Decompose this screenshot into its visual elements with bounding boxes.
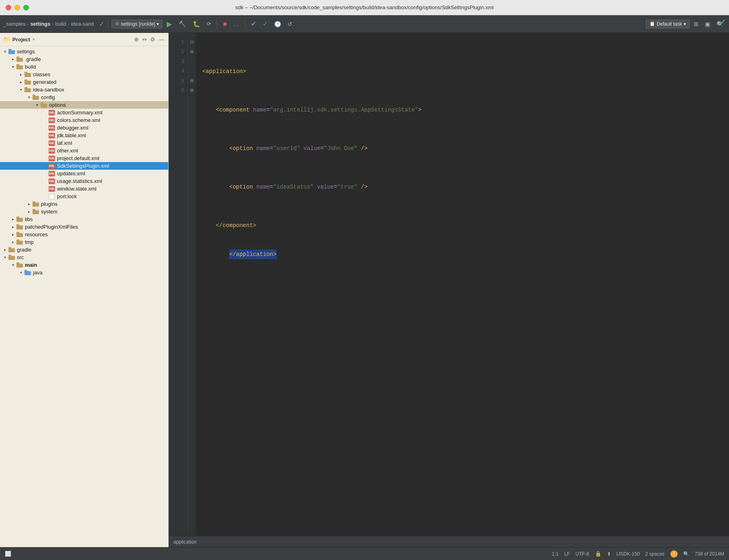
xml-value: "org.intellij.sdk.settings.AppSettingsSt… bbox=[270, 105, 418, 115]
tree-item-actionSummary[interactable]: XML actionSummary.xml bbox=[0, 109, 168, 116]
tree-item-java[interactable]: java bbox=[0, 269, 168, 276]
tree-item-gradle[interactable]: .gradle bbox=[0, 55, 168, 63]
breadcrumb-build[interactable]: build bbox=[55, 21, 66, 27]
code-line-1: <application> bbox=[202, 67, 723, 76]
hide-panel-button[interactable]: — bbox=[158, 35, 165, 43]
maximize-button[interactable] bbox=[23, 5, 29, 10]
memory-indicator[interactable]: 738 of 2014M bbox=[695, 551, 724, 557]
view-mode-button[interactable]: ⊞ bbox=[691, 19, 701, 29]
build-button[interactable]: 🔨 bbox=[176, 19, 189, 29]
line-num-3: 3 bbox=[173, 57, 184, 67]
tree-item-classes[interactable]: classes bbox=[0, 71, 168, 78]
tree-item-build[interactable]: build bbox=[0, 63, 168, 71]
breadcrumb-settings[interactable]: settings bbox=[31, 21, 51, 27]
fold-icon-6[interactable] bbox=[189, 86, 195, 95]
minimize-button[interactable] bbox=[14, 5, 20, 10]
tree-item-patched[interactable]: patchedPluginXmlFiles bbox=[0, 223, 168, 231]
title-bar: sdk – ~/Documents/source/sdk/code_sample… bbox=[0, 0, 729, 15]
warning-badge[interactable]: ! bbox=[670, 550, 678, 558]
stop-button[interactable]: ■ bbox=[220, 19, 229, 29]
encoding[interactable]: UTF-8 bbox=[576, 551, 589, 557]
tree-item-windowstate[interactable]: XML window.state.xml bbox=[0, 185, 168, 193]
tree-item-idea-sandbox[interactable]: idea-sandbox bbox=[0, 86, 168, 93]
panel-button[interactable]: ▣ bbox=[703, 19, 713, 29]
tree-item-options[interactable]: options bbox=[0, 101, 168, 109]
window-title: sdk – ~/Documents/source/sdk/code_sample… bbox=[235, 4, 494, 10]
fold-icon-2[interactable] bbox=[189, 47, 195, 57]
collapse-all-button[interactable]: ⊕ bbox=[133, 35, 140, 43]
tree-item-portlock[interactable]: port.lock bbox=[0, 193, 168, 200]
scroll-from-source-button[interactable]: ⇔ bbox=[141, 35, 148, 43]
breadcrumb-sep: › bbox=[27, 21, 29, 27]
svg-rect-7 bbox=[24, 72, 27, 73]
search-icon[interactable]: 🔍 bbox=[683, 551, 689, 557]
tree-item-resources[interactable]: resources bbox=[0, 231, 168, 238]
window-controls[interactable] bbox=[6, 5, 29, 10]
xml-bracket: > bbox=[418, 105, 422, 115]
panel-toggle-button[interactable]: ⬜ bbox=[5, 551, 11, 557]
run-config-selector[interactable]: ⚙ settings [runIde] ▾ bbox=[112, 20, 163, 28]
code-view[interactable]: <application> <component name="org.intel… bbox=[196, 33, 729, 536]
tree-item-other[interactable]: XML other.xml bbox=[0, 147, 168, 154]
bookmark-button[interactable]: ✔ bbox=[248, 18, 259, 29]
xml-tag-application: application bbox=[206, 67, 242, 76]
tree-label: system bbox=[41, 209, 57, 215]
tree-item-libs[interactable]: libs bbox=[0, 215, 168, 223]
tree-item-main[interactable]: main bbox=[0, 261, 168, 269]
breadcrumb-idea-sand[interactable]: idea-sand bbox=[71, 21, 94, 27]
xml-bracket: </ bbox=[216, 221, 223, 230]
more-button[interactable]: ... bbox=[231, 19, 242, 29]
svg-rect-27 bbox=[16, 239, 19, 241]
xml-tag: application bbox=[236, 250, 273, 259]
debug-button[interactable]: 🐛 bbox=[190, 19, 203, 29]
tree-item-plugins[interactable]: plugins bbox=[0, 200, 168, 208]
default-task-selector[interactable]: 📋 Default task ▾ bbox=[646, 20, 690, 28]
history-button[interactable]: 🕐 bbox=[272, 19, 283, 29]
tree-item-system[interactable]: system bbox=[0, 208, 168, 215]
tree-label: resources bbox=[25, 231, 48, 237]
settings-icon-button[interactable]: ⚙ bbox=[149, 35, 156, 43]
top-right-checkmark: ✓ bbox=[720, 18, 726, 26]
project-title: 📁 Project ▾ bbox=[3, 36, 35, 43]
tree-item-settings[interactable]: settings bbox=[0, 48, 168, 55]
folder-icon bbox=[24, 72, 31, 77]
indent-settings[interactable]: 2 spaces bbox=[646, 551, 665, 557]
breadcrumb-samples[interactable]: _samples bbox=[3, 21, 26, 27]
sdk-version[interactable]: IJSDK-150 bbox=[617, 551, 640, 557]
tree-item-colors[interactable]: XML colors.scheme.xml bbox=[0, 116, 168, 124]
fold-icon-1[interactable] bbox=[189, 38, 195, 47]
tree-label: window.state.xml bbox=[57, 186, 96, 192]
tree-item-updates[interactable]: XML updates.xml bbox=[0, 170, 168, 177]
tree-item-src[interactable]: src bbox=[0, 254, 168, 261]
tree-arrow bbox=[26, 209, 32, 214]
run-button[interactable]: ▶ bbox=[164, 18, 175, 30]
line-ending[interactable]: LF bbox=[564, 551, 570, 557]
tree-item-gradle2[interactable]: gradle bbox=[0, 246, 168, 254]
fold-icon-5[interactable] bbox=[189, 76, 195, 86]
sidebar-header-icons: ⊕ ⇔ ⚙ — bbox=[133, 35, 165, 43]
tree-arrow bbox=[10, 263, 16, 267]
tree-item-generated[interactable]: generated bbox=[0, 78, 168, 86]
tree-item-config[interactable]: config bbox=[0, 93, 168, 101]
tree-item-laf[interactable]: XML laf.xml bbox=[0, 139, 168, 147]
tree-item-debugger[interactable]: XML debugger.xml bbox=[0, 124, 168, 132]
xml-tag: component bbox=[219, 105, 253, 115]
tree-item-jdktable[interactable]: XML jdk.table.xml bbox=[0, 132, 168, 139]
tree-item-sdksettings[interactable]: XML SdkSettingsPlugin.xml bbox=[0, 162, 168, 170]
tree-item-projectdefault[interactable]: XML project.default.xml bbox=[0, 154, 168, 162]
tree-item-tmp[interactable]: tmp bbox=[0, 238, 168, 246]
tree-label: java bbox=[33, 270, 43, 276]
folder-icon bbox=[16, 57, 23, 62]
tree-label: settings bbox=[17, 49, 35, 55]
coverage-button[interactable]: ⟳ bbox=[204, 19, 214, 28]
file-xml-icon: XML bbox=[48, 186, 55, 192]
folder-icon bbox=[16, 262, 23, 268]
tree-item-usage[interactable]: XML usage.statistics.xml bbox=[0, 177, 168, 185]
folder-icon bbox=[32, 95, 39, 100]
undo-button[interactable]: ↺ bbox=[285, 19, 295, 29]
close-button[interactable] bbox=[6, 5, 11, 10]
tree-arrow bbox=[34, 103, 40, 107]
editor-content[interactable]: 1 2 3 4 5 6 bbox=[169, 33, 729, 536]
commit-button[interactable]: ✓ bbox=[260, 18, 270, 29]
cursor-position[interactable]: 1:1 bbox=[552, 551, 559, 557]
